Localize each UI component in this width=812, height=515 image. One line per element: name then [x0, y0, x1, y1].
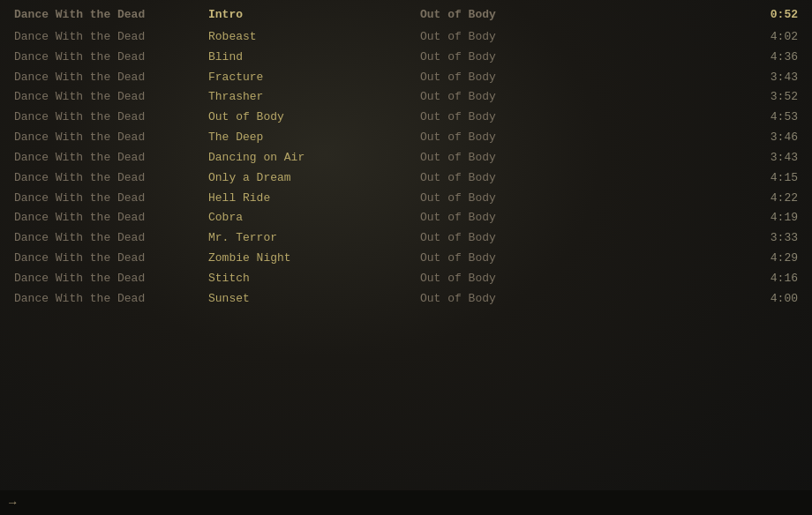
track-duration: 4:02	[597, 29, 798, 46]
table-row[interactable]: Dance With the DeadOnly a DreamOut of Bo…	[0, 168, 812, 189]
track-title: Only a Dream	[208, 170, 420, 187]
track-duration: 4:15	[597, 170, 798, 187]
track-title: Out of Body	[208, 109, 420, 126]
track-artist: Dance With the Dead	[14, 49, 208, 66]
table-row[interactable]: Dance With the DeadMr. TerrorOut of Body…	[0, 228, 812, 249]
track-artist: Dance With the Dead	[14, 150, 208, 167]
track-album: Out of Body	[420, 250, 597, 267]
track-album: Out of Body	[420, 271, 597, 287]
track-title: Dancing on Air	[208, 150, 420, 167]
track-title: Robeast	[208, 29, 420, 46]
table-row[interactable]: Dance With the DeadFractureOut of Body3:…	[0, 68, 812, 88]
table-row[interactable]: Dance With the DeadSunsetOut of Body4:00	[0, 289, 812, 310]
track-album: Out of Body	[420, 130, 597, 146]
track-album: Out of Body	[420, 210, 597, 227]
track-artist: Dance With the Dead	[14, 29, 208, 46]
track-title: Thrasher	[208, 89, 420, 106]
track-duration: 3:46	[597, 130, 798, 146]
track-title: Hell Ride	[208, 190, 420, 207]
track-title: Cobra	[208, 210, 420, 227]
table-row[interactable]: Dance With the DeadThe DeepOut of Body3:…	[0, 128, 812, 148]
header-duration: 0:52	[597, 7, 798, 24]
table-row[interactable]: Dance With the DeadStitchOut of Body4:16	[0, 269, 812, 289]
track-album: Out of Body	[420, 190, 597, 207]
track-artist: Dance With the Dead	[14, 271, 208, 287]
track-album: Out of Body	[420, 230, 597, 247]
table-row[interactable]: Dance With the DeadZombie NightOut of Bo…	[0, 249, 812, 269]
track-title: Blind	[208, 49, 420, 66]
track-album: Out of Body	[420, 150, 597, 167]
track-duration: 3:33	[597, 230, 798, 247]
track-duration: 4:22	[597, 190, 798, 207]
track-artist: Dance With the Dead	[14, 109, 208, 126]
track-duration: 3:43	[597, 150, 798, 167]
track-list: Dance With the Dead Intro Out of Body 0:…	[0, 0, 812, 310]
track-duration: 4:53	[597, 109, 798, 126]
header-title: Intro	[208, 7, 420, 24]
track-duration: 3:52	[597, 89, 798, 106]
track-album: Out of Body	[420, 49, 597, 66]
track-album: Out of Body	[420, 89, 597, 106]
table-row[interactable]: Dance With the DeadDancing on AirOut of …	[0, 148, 812, 168]
track-duration: 4:19	[597, 210, 798, 227]
track-duration: 4:36	[597, 49, 798, 66]
header-artist: Dance With the Dead	[14, 7, 208, 24]
track-album: Out of Body	[420, 29, 597, 46]
table-row[interactable]: Dance With the DeadRobeastOut of Body4:0…	[0, 27, 812, 48]
track-duration: 3:43	[597, 70, 798, 86]
track-title: Mr. Terror	[208, 230, 420, 247]
track-artist: Dance With the Dead	[14, 291, 208, 308]
track-duration: 4:16	[597, 271, 798, 287]
table-row[interactable]: Dance With the DeadCobraOut of Body4:19	[0, 208, 812, 228]
track-list-header: Dance With the Dead Intro Out of Body 0:…	[0, 5, 812, 26]
table-row[interactable]: Dance With the DeadBlindOut of Body4:36	[0, 48, 812, 68]
track-title: Stitch	[208, 271, 420, 287]
track-artist: Dance With the Dead	[14, 230, 208, 247]
table-row[interactable]: Dance With the DeadThrasherOut of Body3:…	[0, 87, 812, 108]
track-artist: Dance With the Dead	[14, 210, 208, 227]
track-artist: Dance With the Dead	[14, 250, 208, 267]
track-duration: 4:00	[597, 291, 798, 308]
header-album: Out of Body	[420, 7, 597, 24]
track-album: Out of Body	[420, 291, 597, 308]
track-album: Out of Body	[420, 170, 597, 187]
track-artist: Dance With the Dead	[14, 190, 208, 207]
track-title: Sunset	[208, 291, 420, 308]
track-title: Zombie Night	[208, 250, 420, 267]
table-row[interactable]: Dance With the DeadHell RideOut of Body4…	[0, 189, 812, 209]
track-duration: 4:29	[597, 250, 798, 267]
track-artist: Dance With the Dead	[14, 89, 208, 106]
track-artist: Dance With the Dead	[14, 70, 208, 86]
track-title: The Deep	[208, 130, 420, 146]
bottom-bar: →	[0, 490, 812, 515]
track-title: Fracture	[208, 70, 420, 86]
track-artist: Dance With the Dead	[14, 170, 208, 187]
track-album: Out of Body	[420, 109, 597, 126]
table-row[interactable]: Dance With the DeadOut of BodyOut of Bod…	[0, 108, 812, 128]
track-album: Out of Body	[420, 70, 597, 86]
track-artist: Dance With the Dead	[14, 130, 208, 146]
arrow-icon: →	[9, 496, 16, 510]
